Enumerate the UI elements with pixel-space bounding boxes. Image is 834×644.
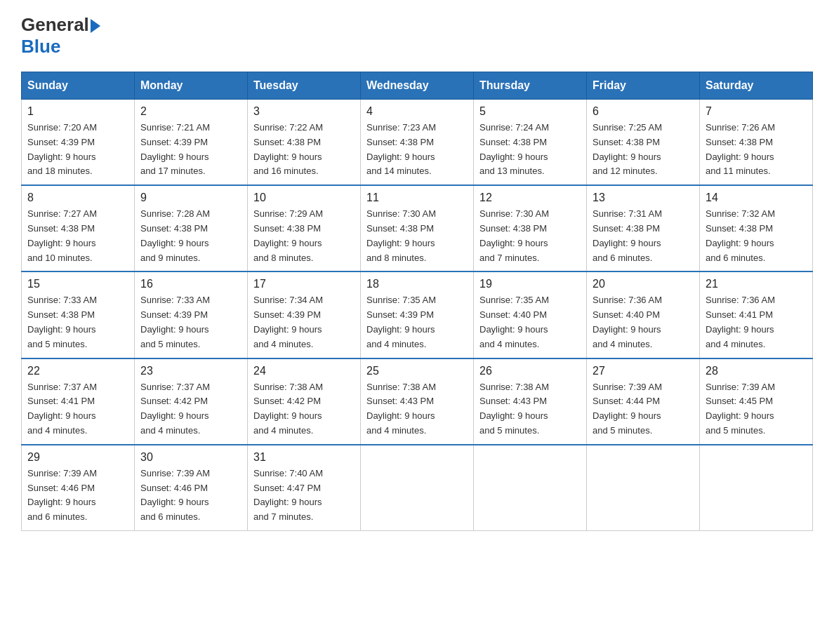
- day-number: 1: [27, 105, 128, 118]
- day-number: 23: [140, 365, 241, 377]
- day-info: Sunrise: 7:38 AM Sunset: 4:42 PM Dayligh…: [253, 380, 355, 438]
- day-info: Sunrise: 7:28 AM Sunset: 4:38 PM Dayligh…: [140, 207, 241, 265]
- week-row-3: 15 Sunrise: 7:33 AM Sunset: 4:38 PM Dayl…: [22, 271, 813, 358]
- day-info: Sunrise: 7:37 AM Sunset: 4:41 PM Dayligh…: [27, 380, 128, 438]
- calendar-cell: 11 Sunrise: 7:30 AM Sunset: 4:38 PM Dayl…: [361, 185, 474, 271]
- day-info: Sunrise: 7:33 AM Sunset: 4:39 PM Dayligh…: [140, 293, 241, 351]
- day-number: 28: [706, 365, 807, 377]
- calendar-cell: [474, 445, 587, 531]
- day-header-friday: Friday: [587, 72, 700, 100]
- week-row-5: 29 Sunrise: 7:39 AM Sunset: 4:46 PM Dayl…: [22, 445, 813, 531]
- day-info: Sunrise: 7:33 AM Sunset: 4:38 PM Dayligh…: [27, 293, 128, 351]
- day-number: 4: [366, 105, 468, 118]
- day-number: 12: [479, 192, 581, 204]
- calendar-cell: 2 Sunrise: 7:21 AM Sunset: 4:39 PM Dayli…: [135, 100, 248, 186]
- day-info: Sunrise: 7:21 AM Sunset: 4:39 PM Dayligh…: [140, 121, 241, 179]
- day-info: Sunrise: 7:36 AM Sunset: 4:41 PM Dayligh…: [706, 293, 807, 351]
- day-number: 17: [253, 278, 355, 290]
- day-info: Sunrise: 7:36 AM Sunset: 4:40 PM Dayligh…: [593, 293, 694, 351]
- logo: General Blue: [21, 14, 100, 58]
- day-number: 30: [140, 451, 241, 464]
- day-info: Sunrise: 7:34 AM Sunset: 4:39 PM Dayligh…: [253, 293, 355, 351]
- day-info: Sunrise: 7:25 AM Sunset: 4:38 PM Dayligh…: [593, 121, 694, 179]
- day-number: 6: [593, 105, 694, 118]
- day-info: Sunrise: 7:20 AM Sunset: 4:39 PM Dayligh…: [27, 121, 128, 179]
- calendar-cell: 10 Sunrise: 7:29 AM Sunset: 4:38 PM Dayl…: [248, 185, 361, 271]
- calendar-cell: [361, 445, 474, 531]
- week-row-4: 22 Sunrise: 7:37 AM Sunset: 4:41 PM Dayl…: [22, 358, 813, 445]
- calendar-cell: 14 Sunrise: 7:32 AM Sunset: 4:38 PM Dayl…: [700, 185, 813, 271]
- day-number: 24: [253, 365, 355, 377]
- calendar-cell: 17 Sunrise: 7:34 AM Sunset: 4:39 PM Dayl…: [248, 271, 361, 358]
- calendar-cell: 27 Sunrise: 7:39 AM Sunset: 4:44 PM Dayl…: [587, 358, 700, 445]
- calendar-cell: 25 Sunrise: 7:38 AM Sunset: 4:43 PM Dayl…: [361, 358, 474, 445]
- day-info: Sunrise: 7:26 AM Sunset: 4:38 PM Dayligh…: [706, 121, 807, 179]
- calendar-cell: 16 Sunrise: 7:33 AM Sunset: 4:39 PM Dayl…: [135, 271, 248, 358]
- day-number: 5: [479, 105, 581, 118]
- calendar-cell: 24 Sunrise: 7:38 AM Sunset: 4:42 PM Dayl…: [248, 358, 361, 445]
- calendar-cell: 7 Sunrise: 7:26 AM Sunset: 4:38 PM Dayli…: [700, 100, 813, 186]
- day-info: Sunrise: 7:39 AM Sunset: 4:44 PM Dayligh…: [593, 380, 694, 438]
- calendar-cell: 21 Sunrise: 7:36 AM Sunset: 4:41 PM Dayl…: [700, 271, 813, 358]
- day-info: Sunrise: 7:40 AM Sunset: 4:47 PM Dayligh…: [253, 467, 355, 525]
- day-number: 10: [253, 192, 355, 204]
- calendar-table: SundayMondayTuesdayWednesdayThursdayFrid…: [21, 72, 813, 531]
- day-number: 9: [140, 192, 241, 204]
- calendar-cell: 19 Sunrise: 7:35 AM Sunset: 4:40 PM Dayl…: [474, 271, 587, 358]
- day-number: 16: [140, 278, 241, 290]
- day-number: 13: [593, 192, 694, 204]
- day-info: Sunrise: 7:35 AM Sunset: 4:40 PM Dayligh…: [479, 293, 581, 351]
- day-info: Sunrise: 7:29 AM Sunset: 4:38 PM Dayligh…: [253, 207, 355, 265]
- calendar-cell: 26 Sunrise: 7:38 AM Sunset: 4:43 PM Dayl…: [474, 358, 587, 445]
- day-number: 27: [593, 365, 694, 377]
- day-header-sunday: Sunday: [22, 72, 135, 100]
- calendar-cell: 9 Sunrise: 7:28 AM Sunset: 4:38 PM Dayli…: [135, 185, 248, 271]
- day-number: 26: [479, 365, 581, 377]
- calendar-cell: 30 Sunrise: 7:39 AM Sunset: 4:46 PM Dayl…: [135, 445, 248, 531]
- day-info: Sunrise: 7:39 AM Sunset: 4:46 PM Dayligh…: [140, 467, 241, 525]
- day-header-saturday: Saturday: [700, 72, 813, 100]
- calendar-cell: 28 Sunrise: 7:39 AM Sunset: 4:45 PM Dayl…: [700, 358, 813, 445]
- day-number: 31: [253, 451, 355, 464]
- day-number: 22: [27, 365, 128, 377]
- calendar-cell: 31 Sunrise: 7:40 AM Sunset: 4:47 PM Dayl…: [248, 445, 361, 531]
- calendar-cell: 15 Sunrise: 7:33 AM Sunset: 4:38 PM Dayl…: [22, 271, 135, 358]
- day-info: Sunrise: 7:27 AM Sunset: 4:38 PM Dayligh…: [27, 207, 128, 265]
- calendar-cell: 29 Sunrise: 7:39 AM Sunset: 4:46 PM Dayl…: [22, 445, 135, 531]
- calendar-cell: 6 Sunrise: 7:25 AM Sunset: 4:38 PM Dayli…: [587, 100, 700, 186]
- day-info: Sunrise: 7:37 AM Sunset: 4:42 PM Dayligh…: [140, 380, 241, 438]
- calendar-cell: 12 Sunrise: 7:30 AM Sunset: 4:38 PM Dayl…: [474, 185, 587, 271]
- calendar-cell: 23 Sunrise: 7:37 AM Sunset: 4:42 PM Dayl…: [135, 358, 248, 445]
- header-row: SundayMondayTuesdayWednesdayThursdayFrid…: [22, 72, 813, 100]
- calendar-cell: [700, 445, 813, 531]
- day-info: Sunrise: 7:39 AM Sunset: 4:45 PM Dayligh…: [706, 380, 807, 438]
- calendar-cell: 18 Sunrise: 7:35 AM Sunset: 4:39 PM Dayl…: [361, 271, 474, 358]
- page-header: General Blue: [21, 14, 813, 58]
- day-info: Sunrise: 7:30 AM Sunset: 4:38 PM Dayligh…: [366, 207, 468, 265]
- calendar-cell: 20 Sunrise: 7:36 AM Sunset: 4:40 PM Dayl…: [587, 271, 700, 358]
- day-number: 29: [27, 451, 128, 464]
- calendar-cell: 13 Sunrise: 7:31 AM Sunset: 4:38 PM Dayl…: [587, 185, 700, 271]
- day-info: Sunrise: 7:31 AM Sunset: 4:38 PM Dayligh…: [593, 207, 694, 265]
- day-number: 7: [706, 105, 807, 118]
- day-info: Sunrise: 7:22 AM Sunset: 4:38 PM Dayligh…: [253, 121, 355, 179]
- calendar-cell: 22 Sunrise: 7:37 AM Sunset: 4:41 PM Dayl…: [22, 358, 135, 445]
- day-number: 19: [479, 278, 581, 290]
- calendar-cell: 1 Sunrise: 7:20 AM Sunset: 4:39 PM Dayli…: [22, 100, 135, 186]
- calendar-cell: 8 Sunrise: 7:27 AM Sunset: 4:38 PM Dayli…: [22, 185, 135, 271]
- day-info: Sunrise: 7:24 AM Sunset: 4:38 PM Dayligh…: [479, 121, 581, 179]
- day-number: 18: [366, 278, 468, 290]
- day-info: Sunrise: 7:38 AM Sunset: 4:43 PM Dayligh…: [366, 380, 468, 438]
- logo-arrow-icon: [91, 19, 100, 33]
- day-number: 3: [253, 105, 355, 118]
- day-number: 8: [27, 192, 128, 204]
- calendar-cell: 3 Sunrise: 7:22 AM Sunset: 4:38 PM Dayli…: [248, 100, 361, 186]
- day-header-thursday: Thursday: [474, 72, 587, 100]
- week-row-2: 8 Sunrise: 7:27 AM Sunset: 4:38 PM Dayli…: [22, 185, 813, 271]
- day-number: 20: [593, 278, 694, 290]
- day-info: Sunrise: 7:32 AM Sunset: 4:38 PM Dayligh…: [706, 207, 807, 265]
- day-header-wednesday: Wednesday: [361, 72, 474, 100]
- week-row-1: 1 Sunrise: 7:20 AM Sunset: 4:39 PM Dayli…: [22, 100, 813, 186]
- day-info: Sunrise: 7:38 AM Sunset: 4:43 PM Dayligh…: [479, 380, 581, 438]
- logo-blue-text: Blue: [21, 36, 60, 58]
